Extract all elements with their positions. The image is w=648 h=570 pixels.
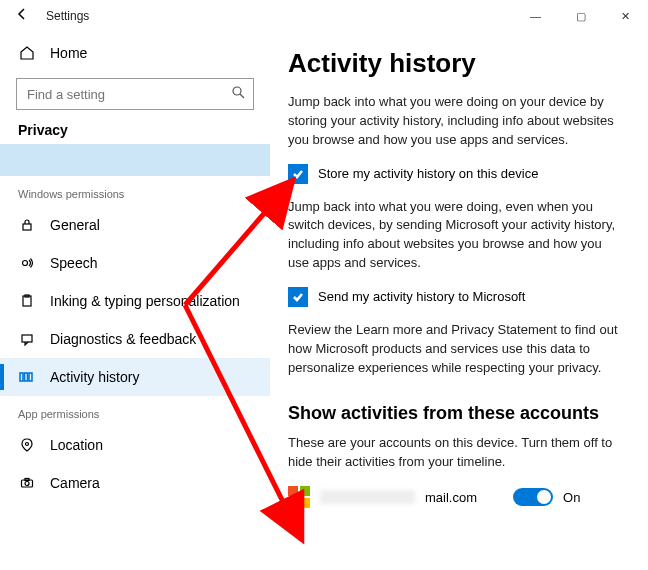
search-input[interactable] [16, 78, 254, 110]
sidebar-category-app: App permissions [0, 408, 270, 420]
checkbox-label: Store my activity history on this device [318, 166, 538, 181]
desc-p4: These are your accounts on this device. … [288, 434, 624, 472]
back-button[interactable] [12, 7, 32, 25]
maximize-button[interactable]: ▢ [558, 0, 603, 32]
sidebar-item-label: Location [50, 437, 103, 453]
sidebar-item-label: Speech [50, 255, 97, 271]
account-row: mail.com On [288, 486, 624, 508]
window-title: Settings [46, 9, 89, 23]
svg-rect-6 [20, 373, 23, 381]
svg-rect-8 [29, 373, 32, 381]
checkmark-icon [288, 164, 308, 184]
page-title: Activity history [288, 48, 624, 79]
sidebar: Home Privacy Windows permissions General… [0, 32, 270, 570]
section-accounts-title: Show activities from these accounts [288, 403, 624, 424]
clipboard-icon [18, 292, 36, 310]
account-email-redacted [320, 490, 415, 504]
sidebar-item-general[interactable]: General [0, 206, 270, 244]
home-icon [18, 44, 36, 62]
minimize-button[interactable]: — [513, 0, 558, 32]
sidebar-item-label: Diagnostics & feedback [50, 331, 196, 347]
microsoft-logo-icon [288, 486, 310, 508]
sidebar-section-privacy[interactable]: Privacy [0, 122, 270, 138]
activity-icon [18, 368, 36, 386]
svg-rect-5 [22, 335, 32, 342]
sidebar-category-windows: Windows permissions [0, 188, 270, 200]
camera-icon [18, 474, 36, 492]
sidebar-item-home[interactable]: Home [0, 34, 270, 72]
account-email-suffix: mail.com [425, 490, 477, 505]
sidebar-item-diagnostics[interactable]: Diagnostics & feedback [0, 320, 270, 358]
sidebar-highlight [0, 144, 270, 176]
toggle-state-label: On [563, 490, 580, 505]
sidebar-item-camera[interactable]: Camera [0, 464, 270, 502]
titlebar: Settings — ▢ ✕ [0, 0, 648, 32]
svg-point-2 [23, 261, 28, 266]
sidebar-item-speech[interactable]: Speech [0, 244, 270, 282]
sidebar-item-label: Inking & typing personalization [50, 293, 240, 309]
location-icon [18, 436, 36, 454]
close-button[interactable]: ✕ [603, 0, 648, 32]
search-field[interactable] [25, 86, 231, 103]
svg-point-11 [25, 482, 29, 486]
svg-point-0 [233, 87, 241, 95]
desc-p1: Jump back into what you were doing on yo… [288, 93, 624, 150]
sidebar-item-label: Activity history [50, 369, 139, 385]
sidebar-item-activity-history[interactable]: Activity history [0, 358, 270, 396]
sidebar-item-label: Camera [50, 475, 100, 491]
desc-p2: Jump back into what you were doing, even… [288, 198, 624, 273]
svg-point-9 [26, 443, 29, 446]
account-toggle[interactable] [513, 488, 553, 506]
checkbox-send-microsoft[interactable]: Send my activity history to Microsoft [288, 287, 624, 307]
lock-icon [18, 216, 36, 234]
speech-icon [18, 254, 36, 272]
svg-rect-1 [23, 224, 31, 230]
sidebar-item-label: Home [50, 45, 87, 61]
checkmark-icon [288, 287, 308, 307]
checkbox-store-activity[interactable]: Store my activity history on this device [288, 164, 624, 184]
search-icon [231, 85, 245, 103]
desc-p3: Review the Learn more and Privacy Statem… [288, 321, 624, 378]
sidebar-item-location[interactable]: Location [0, 426, 270, 464]
sidebar-item-inking[interactable]: Inking & typing personalization [0, 282, 270, 320]
sidebar-item-label: General [50, 217, 100, 233]
feedback-icon [18, 330, 36, 348]
svg-rect-7 [25, 373, 28, 381]
main-content: Activity history Jump back into what you… [270, 32, 648, 570]
checkbox-label: Send my activity history to Microsoft [318, 289, 525, 304]
window-buttons: — ▢ ✕ [513, 0, 648, 32]
